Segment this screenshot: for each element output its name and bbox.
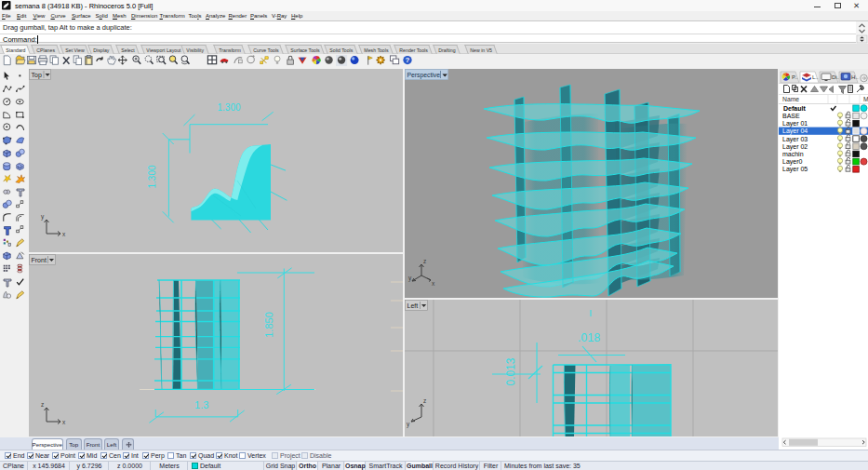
svg-text:Left: Left (407, 302, 419, 309)
svg-text:x: x (62, 231, 66, 237)
svg-text:Perspective: Perspective (407, 72, 441, 79)
svg-text:1.850: 1.850 (263, 312, 274, 338)
svg-text:Top: Top (32, 72, 42, 79)
svg-text:y: y (408, 275, 412, 282)
svg-text:z: z (41, 401, 44, 408)
svg-text:z: z (423, 258, 426, 264)
svg-text:x: x (432, 280, 435, 287)
svg-text:?: ? (406, 56, 410, 64)
svg-text:0.013: 0.013 (504, 357, 517, 385)
svg-text:Front: Front (32, 257, 47, 263)
svg-text:.018: .018 (578, 331, 600, 344)
svg-text:y: y (407, 421, 410, 428)
svg-text:1.300: 1.300 (217, 102, 240, 113)
svg-text:1.3: 1.3 (194, 399, 208, 410)
svg-text:z: z (423, 397, 426, 404)
svg-text:1.300: 1.300 (147, 165, 157, 188)
svg-text:x: x (62, 419, 66, 425)
svg-text:y: y (41, 213, 45, 221)
